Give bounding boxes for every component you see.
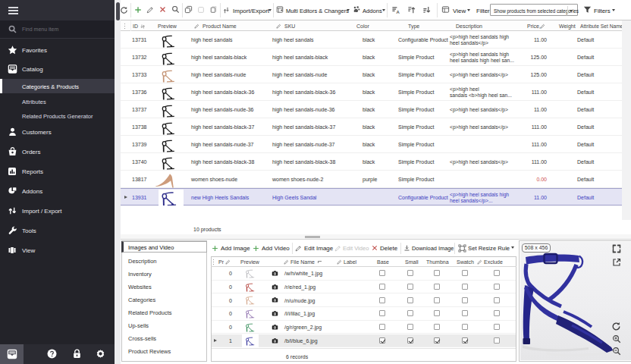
svg-text:A: A	[396, 10, 400, 14]
